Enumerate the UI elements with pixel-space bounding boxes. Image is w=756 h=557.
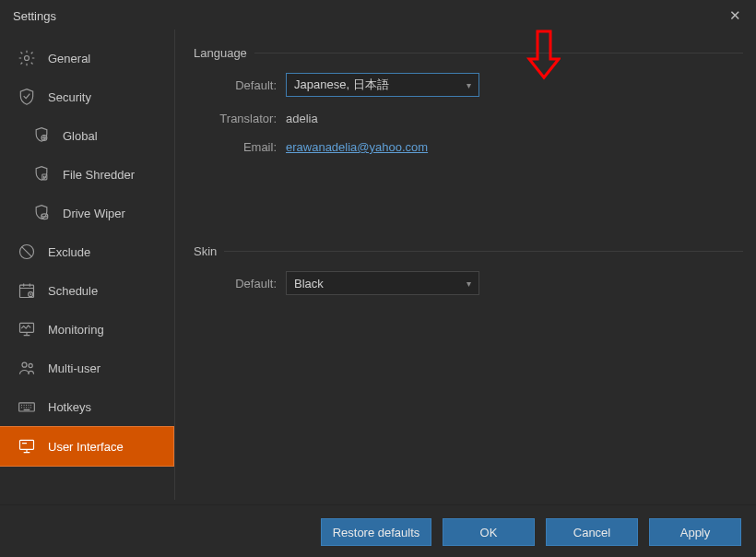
shield-icon (17, 87, 37, 107)
drive-wiper-icon (31, 203, 52, 223)
restore-defaults-button[interactable]: Restore defaults (321, 518, 431, 546)
gear-icon (17, 48, 37, 68)
sidebar-item-hotkeys[interactable]: Hotkeys (0, 387, 174, 426)
sidebar-item-label: Monitoring (48, 323, 104, 337)
svg-point-9 (29, 363, 32, 367)
sidebar-item-label: Global (63, 129, 98, 143)
cancel-button[interactable]: Cancel (546, 518, 638, 546)
monitor-icon (17, 319, 37, 339)
sidebar-item-multi-user[interactable]: Multi-user (0, 349, 174, 387)
sidebar-item-general[interactable]: General (0, 39, 174, 77)
sidebar-item-schedule[interactable]: Schedule (0, 271, 174, 310)
close-icon[interactable]: ✕ (724, 6, 747, 26)
sidebar-item-label: Exclude (48, 245, 90, 259)
dropdown-value: Black (294, 277, 324, 290)
sidebar-item-exclude[interactable]: Exclude (0, 232, 174, 271)
label-translator: Translator: (194, 112, 277, 125)
apply-button[interactable]: Apply (649, 518, 741, 546)
svg-rect-5 (20, 285, 34, 297)
dropdown-value: Japanese, 日本語 (294, 77, 389, 93)
sidebar-item-global[interactable]: Global (0, 116, 174, 155)
globe-shield-icon (31, 125, 52, 146)
chevron-down-icon: ▾ (467, 278, 471, 289)
sidebar-item-label: Schedule (48, 284, 98, 298)
sidebar-item-monitoring[interactable]: Monitoring (0, 310, 174, 349)
chevron-down-icon: ▾ (467, 80, 471, 90)
annotation-arrow-icon (524, 28, 561, 83)
sidebar-item-label: Security (48, 90, 91, 104)
ok-button[interactable]: OK (443, 518, 535, 546)
sidebar-item-label: File Shredder (63, 168, 135, 182)
screen-icon (17, 436, 37, 456)
section-title-skin: Skin (194, 244, 217, 258)
svg-point-8 (22, 362, 27, 367)
language-default-dropdown[interactable]: Japanese, 日本語 ▾ (286, 73, 479, 97)
svg-point-0 (25, 56, 30, 61)
exclude-icon (17, 242, 37, 262)
svg-point-3 (41, 214, 48, 217)
label-email: Email: (194, 140, 277, 154)
users-icon (17, 358, 37, 378)
divider (224, 251, 743, 252)
calendar-icon (17, 280, 37, 301)
label-language-default: Default: (194, 78, 277, 92)
file-shredder-icon (31, 164, 52, 184)
svg-rect-11 (20, 440, 34, 449)
divider (254, 53, 743, 53)
sidebar-item-label: Hotkeys (48, 400, 91, 414)
sidebar-item-user-interface[interactable]: User Interface (0, 426, 174, 467)
sidebar-item-label: Multi-user (48, 361, 100, 375)
sidebar-item-label: Drive Wiper (63, 207, 125, 220)
divider (0, 504, 756, 505)
sidebar-item-security[interactable]: Security (0, 77, 174, 116)
section-title-language: Language (194, 46, 247, 60)
sidebar-item-file-shredder[interactable]: File Shredder (0, 155, 174, 194)
label-skin-default: Default: (194, 277, 277, 290)
translator-value: adelia (286, 112, 318, 125)
sidebar-item-drive-wiper[interactable]: Drive Wiper (0, 194, 174, 232)
sidebar: General Security Global File Shredder Dr (0, 30, 175, 500)
sidebar-item-label: User Interface (48, 440, 124, 454)
sidebar-item-label: General (48, 52, 90, 65)
page-title: Settings (13, 9, 56, 23)
keyboard-icon (17, 397, 37, 417)
translator-email-link[interactable]: erawanadelia@yahoo.com (286, 140, 428, 154)
skin-default-dropdown[interactable]: Black ▾ (286, 271, 479, 295)
content-area: Language Default: Japanese, 日本語 ▾ Transl… (175, 30, 756, 500)
